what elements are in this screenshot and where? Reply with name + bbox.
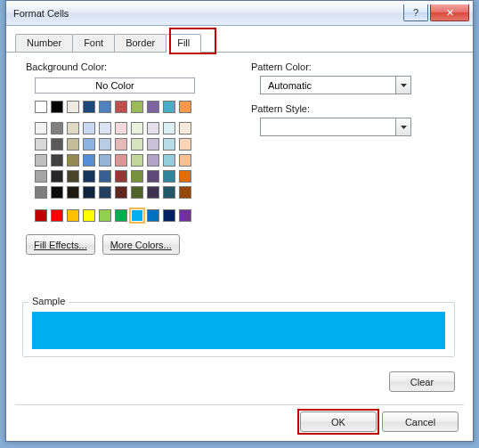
color-swatch[interactable] (179, 122, 191, 134)
pattern-style-label: Pattern Style: (251, 103, 416, 114)
color-swatch[interactable] (147, 170, 159, 183)
color-swatch[interactable] (51, 186, 63, 199)
color-swatch[interactable] (67, 170, 79, 183)
close-button[interactable]: ✕ (430, 4, 469, 21)
color-swatch[interactable] (35, 138, 47, 151)
color-swatch[interactable] (131, 209, 143, 222)
tabstrip: Number Font Border Fill (6, 31, 473, 53)
color-swatch[interactable] (83, 154, 95, 167)
color-swatch[interactable] (99, 138, 111, 151)
color-swatch[interactable] (179, 170, 191, 183)
sample-label: Sample (28, 296, 69, 306)
pattern-color-label: Pattern Color: (251, 61, 416, 72)
color-swatch[interactable] (67, 209, 79, 222)
color-swatch[interactable] (163, 138, 175, 151)
color-swatch[interactable] (163, 101, 175, 113)
standard-colors-row (35, 209, 195, 222)
pattern-color-value: Automatic (261, 80, 395, 91)
color-swatch[interactable] (147, 186, 159, 199)
color-swatch[interactable] (179, 186, 191, 199)
color-swatch[interactable] (115, 138, 127, 151)
color-swatch[interactable] (35, 170, 47, 183)
color-swatch[interactable] (115, 101, 127, 113)
window-title: Format Cells (6, 8, 69, 19)
color-swatch[interactable] (67, 101, 79, 113)
color-swatch[interactable] (99, 209, 111, 222)
ok-button[interactable]: OK (300, 411, 377, 432)
help-button[interactable]: ? (403, 4, 428, 21)
color-swatch[interactable] (147, 138, 159, 151)
more-colors-button[interactable]: More Colors... (102, 234, 180, 255)
clear-button[interactable]: Clear (389, 371, 455, 392)
color-swatch[interactable] (51, 209, 63, 222)
color-swatch[interactable] (131, 186, 143, 199)
color-swatch[interactable] (147, 122, 159, 134)
color-swatch[interactable] (51, 122, 63, 134)
color-swatch[interactable] (131, 101, 143, 113)
color-swatch[interactable] (51, 154, 63, 167)
color-swatch[interactable] (83, 101, 95, 113)
tint-colors-grid (35, 122, 195, 199)
tab-border[interactable]: Border (114, 34, 166, 52)
color-swatch[interactable] (35, 154, 47, 167)
fill-effects-button[interactable]: Fill Effects... (26, 234, 95, 255)
color-swatch[interactable] (83, 122, 95, 134)
color-swatch[interactable] (51, 101, 63, 113)
color-swatch[interactable] (99, 170, 111, 183)
color-swatch[interactable] (179, 101, 191, 113)
color-swatch[interactable] (115, 154, 127, 167)
color-swatch[interactable] (67, 138, 79, 151)
color-swatch[interactable] (35, 209, 47, 222)
color-swatch[interactable] (131, 154, 143, 167)
color-swatch[interactable] (131, 170, 143, 183)
pattern-style-combo[interactable] (260, 118, 411, 136)
color-swatch[interactable] (163, 154, 175, 167)
color-swatch[interactable] (35, 186, 47, 199)
color-swatch[interactable] (83, 186, 95, 199)
color-swatch[interactable] (131, 138, 143, 151)
color-swatch[interactable] (115, 170, 127, 183)
color-swatch[interactable] (83, 209, 95, 222)
color-swatch[interactable] (179, 154, 191, 167)
color-swatch[interactable] (163, 170, 175, 183)
color-swatch[interactable] (115, 209, 127, 222)
color-swatch[interactable] (115, 122, 127, 134)
cancel-button[interactable]: Cancel (382, 411, 459, 432)
pattern-section: Pattern Color: Automatic Pattern Style: (251, 61, 416, 136)
tab-font[interactable]: Font (72, 34, 115, 52)
color-swatch[interactable] (147, 101, 159, 113)
color-swatch[interactable] (115, 186, 127, 199)
color-swatch[interactable] (83, 170, 95, 183)
pattern-color-combo[interactable]: Automatic (260, 76, 411, 94)
color-swatch[interactable] (147, 209, 159, 222)
color-swatch[interactable] (67, 186, 79, 199)
color-swatch[interactable] (67, 154, 79, 167)
color-swatch[interactable] (67, 122, 79, 134)
color-swatch[interactable] (35, 101, 47, 113)
color-swatch[interactable] (83, 138, 95, 151)
tab-fill[interactable]: Fill (166, 34, 201, 53)
color-swatch[interactable] (99, 186, 111, 199)
color-swatch[interactable] (179, 138, 191, 151)
tab-number[interactable]: Number (15, 34, 73, 52)
close-icon: ✕ (446, 7, 454, 19)
color-swatch[interactable] (51, 138, 63, 151)
theme-colors-row (35, 101, 195, 113)
color-swatch[interactable] (35, 122, 47, 134)
color-swatch[interactable] (163, 209, 175, 222)
color-swatch[interactable] (163, 186, 175, 199)
color-swatch[interactable] (99, 122, 111, 134)
background-color-section: Background Color: No Color Fill Effects.… (26, 61, 195, 255)
background-color-label: Background Color: (26, 61, 195, 72)
color-swatch[interactable] (131, 122, 143, 134)
color-swatch[interactable] (99, 154, 111, 167)
color-swatch[interactable] (179, 209, 191, 222)
no-color-button[interactable]: No Color (35, 77, 195, 94)
help-icon: ? (413, 7, 418, 18)
color-swatch[interactable] (99, 101, 111, 113)
color-swatch[interactable] (51, 170, 63, 183)
color-swatch[interactable] (147, 154, 159, 167)
color-swatch[interactable] (163, 122, 175, 134)
chevron-down-icon (395, 77, 410, 94)
titlebar-buttons: ? ✕ (403, 4, 473, 21)
